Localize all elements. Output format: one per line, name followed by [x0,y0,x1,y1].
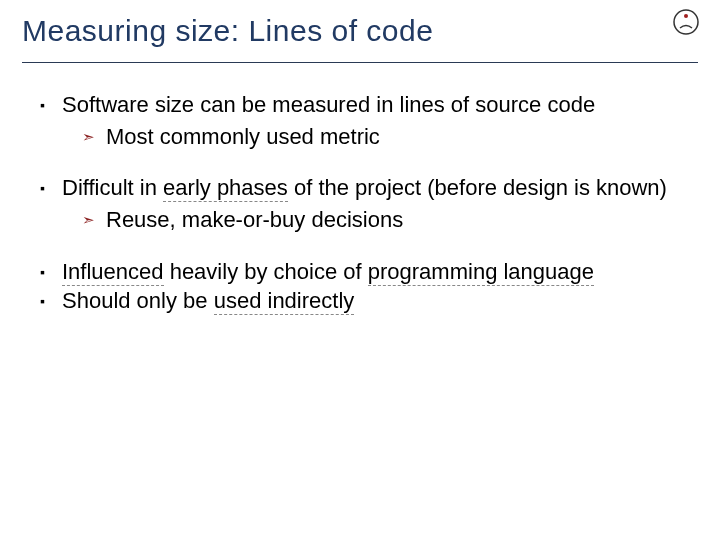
arrow-bullet-icon: ➣ [82,205,106,235]
text-run: Should only be [62,288,214,313]
svg-point-1 [684,14,688,18]
sub-bullet-item: ➣ Most commonly used metric [82,122,680,152]
sub-bullet-item: ➣ Reuse, make-or-buy decisions [82,205,680,235]
square-bullet-icon: ▪ [40,286,62,316]
square-bullet-icon: ▪ [40,173,62,203]
bullet-item: ▪ Should only be used indirectly [40,286,680,316]
underlined-text: Influenced [62,259,164,286]
bullet-text: Should only be used indirectly [62,286,680,316]
title-divider [22,62,698,63]
underlined-text: early phases [163,175,288,202]
underlined-text: programming language [368,259,594,286]
sub-bullet-text: Reuse, make-or-buy decisions [106,205,680,235]
text-run: Difficult in [62,175,163,200]
logo-icon [670,6,702,38]
slide-title: Measuring size: Lines of code [22,14,650,48]
bullet-item: ▪ Software size can be measured in lines… [40,90,680,151]
text-run: heavily by choice of [164,259,368,284]
square-bullet-icon: ▪ [40,90,62,120]
svg-point-0 [674,10,698,34]
bullet-item: ▪ Difficult in early phases of the proje… [40,173,680,234]
slide: Measuring size: Lines of code ▪ Software… [0,0,720,540]
bullet-text: Software size can be measured in lines o… [62,90,680,120]
underlined-text: used indirectly [214,288,355,315]
arrow-bullet-icon: ➣ [82,122,106,152]
slide-body: ▪ Software size can be measured in lines… [40,90,680,338]
bullet-item: ▪ Influenced heavily by choice of progra… [40,257,680,287]
bullet-text: Influenced heavily by choice of programm… [62,257,680,287]
bullet-text: Difficult in early phases of the project… [62,173,680,203]
square-bullet-icon: ▪ [40,257,62,287]
text-run: of the project (before design is known) [288,175,667,200]
sub-bullet-text: Most commonly used metric [106,122,680,152]
